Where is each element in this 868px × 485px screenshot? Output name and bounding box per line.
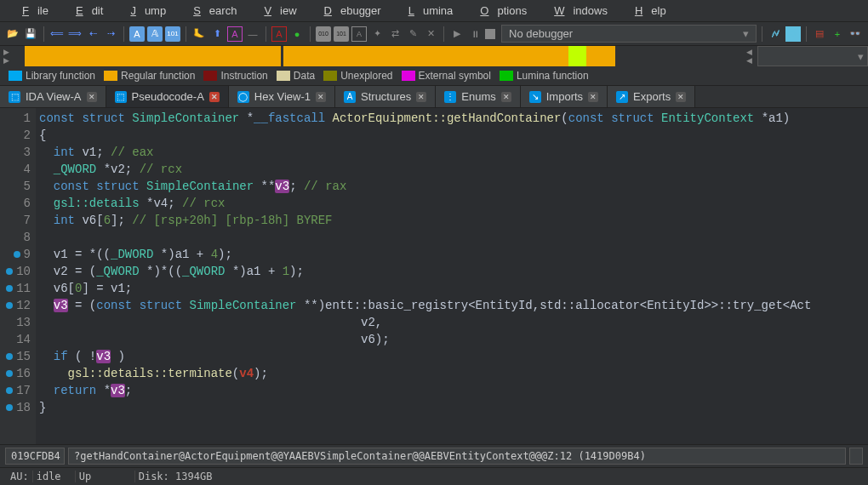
toolbar: 📂 💾 ⟸ ⟹ ⇠ ⇢ A 𝔸 101 🦶 ⬆ A — A ● 010 101 … bbox=[0, 21, 868, 46]
tab-structures[interactable]: AStructures✕ bbox=[335, 86, 436, 107]
breakpoint-icon[interactable] bbox=[6, 353, 13, 360]
legend-item: Regular function bbox=[104, 70, 195, 82]
breakpoint-icon[interactable] bbox=[6, 387, 13, 394]
status-bar-address: 019CFDB4 ?getHandContainer@ActorEquipmen… bbox=[0, 444, 868, 467]
legend-item: External symbol bbox=[402, 70, 491, 82]
tab-label: Pseudocode-A bbox=[132, 90, 204, 103]
tab-icon: ⋮ bbox=[444, 91, 456, 103]
brush-icon[interactable]: ✎ bbox=[405, 26, 420, 42]
menu-edit[interactable]: Edit bbox=[59, 2, 111, 20]
tab-imports[interactable]: ↘Imports✕ bbox=[521, 86, 608, 107]
a-red-icon[interactable]: A bbox=[271, 26, 287, 42]
star-icon[interactable]: ✦ bbox=[369, 26, 385, 42]
tab-icon: ↘ bbox=[529, 91, 541, 103]
legend-item: Unexplored bbox=[323, 70, 392, 82]
tab-enums[interactable]: ⋮Enums✕ bbox=[436, 86, 520, 107]
debugger-label: No debugger bbox=[509, 27, 573, 40]
db-icon[interactable]: ▤ bbox=[812, 26, 827, 42]
status-extra bbox=[849, 448, 863, 465]
nav-combo[interactable] bbox=[757, 46, 868, 66]
tab-hex-view-1[interactable]: ◯Hex View-1✕ bbox=[229, 86, 335, 107]
legend-item: Instruction bbox=[203, 70, 267, 82]
close-icon[interactable]: ✕ bbox=[501, 92, 511, 102]
tab-icon: ◯ bbox=[237, 91, 249, 103]
glasses-icon[interactable]: 👓 bbox=[848, 26, 863, 42]
close-icon[interactable]: ✕ bbox=[87, 92, 97, 102]
a-box-icon[interactable]: A bbox=[227, 26, 243, 42]
breakpoint-icon[interactable] bbox=[6, 370, 13, 377]
tab-label: Hex View-1 bbox=[254, 90, 311, 103]
line-gutter: 1 2 3 4 5 6 7 8 9 10 11 12 13 14 15 16 1… bbox=[0, 108, 36, 444]
tab-icon: ↗ bbox=[616, 91, 628, 103]
status-bar-footer: AU: idle Up Disk: 1394GB bbox=[0, 467, 868, 485]
status-idle: idle bbox=[33, 471, 76, 482]
stop-icon[interactable] bbox=[485, 29, 495, 39]
nav-left-arrow[interactable]: ▶▶ bbox=[0, 46, 12, 66]
tab-label: Imports bbox=[546, 90, 583, 103]
tab-icon: ⬚ bbox=[115, 91, 127, 103]
open-icon[interactable]: 📂 bbox=[5, 26, 20, 42]
green-dot-icon[interactable]: ● bbox=[289, 26, 305, 42]
menu-view[interactable]: View bbox=[247, 2, 305, 20]
tab-label: Enums bbox=[461, 90, 495, 103]
tab-ida-view-a[interactable]: ⬚IDA View-A✕ bbox=[0, 86, 106, 107]
tools2-icon[interactable]: ⟳ bbox=[785, 26, 801, 42]
bin2-icon[interactable]: 101 bbox=[334, 26, 349, 42]
back-icon[interactable]: ⟸ bbox=[49, 26, 65, 42]
close-icon[interactable]: ✕ bbox=[676, 92, 686, 102]
breakpoint-icon[interactable] bbox=[6, 285, 13, 292]
jump-icon[interactable]: 🦶 bbox=[191, 26, 207, 42]
pseudocode-editor[interactable]: 1 2 3 4 5 6 7 8 9 10 11 12 13 14 15 16 1… bbox=[0, 108, 868, 444]
ax-icon[interactable]: A bbox=[351, 26, 367, 42]
fwd-icon[interactable]: ⟹ bbox=[67, 26, 83, 42]
menu-file[interactable]: File bbox=[5, 2, 57, 20]
close-icon[interactable]: ✕ bbox=[588, 92, 598, 102]
tab-icon: A bbox=[344, 91, 356, 103]
at-icon[interactable]: A bbox=[129, 26, 145, 42]
status-au: AU: bbox=[7, 471, 33, 482]
breakpoint-icon[interactable] bbox=[14, 251, 20, 258]
nav-right-arrow[interactable]: ◀◀ bbox=[743, 46, 755, 66]
breakpoint-icon[interactable] bbox=[6, 268, 13, 275]
plus-icon[interactable]: ⇄ bbox=[387, 26, 403, 42]
breakpoint-icon[interactable] bbox=[6, 404, 13, 411]
close-icon[interactable]: ✕ bbox=[316, 92, 326, 102]
menu-debugger[interactable]: Debugger bbox=[307, 2, 390, 20]
breakpoint-icon[interactable] bbox=[6, 302, 13, 309]
menu-options[interactable]: Options bbox=[463, 2, 535, 20]
save-icon[interactable]: 💾 bbox=[23, 26, 38, 42]
debugger-select[interactable]: No debugger bbox=[501, 25, 757, 43]
menu-lumina[interactable]: Lumina bbox=[391, 2, 462, 20]
code-area[interactable]: const struct SimpleContainer *__fastcall… bbox=[36, 108, 868, 444]
tab-icon: ⬚ bbox=[9, 91, 20, 103]
at3-icon[interactable]: 101 bbox=[165, 26, 180, 42]
pause-icon[interactable]: ⏸ bbox=[467, 26, 483, 42]
legend-item: Library function bbox=[9, 70, 95, 82]
x-icon[interactable]: ✕ bbox=[423, 26, 438, 42]
status-up: Up bbox=[76, 471, 135, 482]
back-dot-icon[interactable]: ⇠ bbox=[85, 26, 100, 42]
close-icon[interactable]: ✕ bbox=[416, 92, 426, 102]
play-icon[interactable]: ▶ bbox=[449, 26, 465, 42]
tab-bar: ⬚IDA View-A✕⬚Pseudocode-A✕◯Hex View-1✕AS… bbox=[0, 86, 868, 108]
plus2-icon[interactable]: + bbox=[830, 26, 845, 42]
status-disk: Disk: 1394GB bbox=[135, 471, 216, 482]
menu-jump[interactable]: Jump bbox=[113, 2, 174, 20]
tab-pseudocode-a[interactable]: ⬚Pseudocode-A✕ bbox=[106, 86, 229, 107]
bin1-icon[interactable]: 010 bbox=[316, 26, 331, 42]
menu-windows[interactable]: Windows bbox=[537, 2, 616, 20]
tools1-icon[interactable]: 🗲 bbox=[768, 26, 783, 42]
dash-icon[interactable]: — bbox=[245, 26, 260, 42]
fwd-dot-icon[interactable]: ⇢ bbox=[103, 26, 118, 42]
close-icon[interactable]: ✕ bbox=[209, 92, 220, 102]
nav-band: ▶▶ ◀◀ bbox=[0, 46, 868, 66]
tab-label: Exports bbox=[633, 90, 671, 103]
legend-item: Data bbox=[277, 70, 315, 82]
menu-search[interactable]: Search bbox=[176, 2, 245, 20]
at2-icon[interactable]: 𝔸 bbox=[147, 26, 163, 42]
tab-exports[interactable]: ↗Exports✕ bbox=[608, 86, 695, 107]
up-icon[interactable]: ⬆ bbox=[209, 26, 225, 42]
menu-help[interactable]: Help bbox=[618, 2, 675, 20]
legend-item: Lumina function bbox=[500, 70, 589, 82]
nav-strip[interactable] bbox=[12, 46, 743, 66]
